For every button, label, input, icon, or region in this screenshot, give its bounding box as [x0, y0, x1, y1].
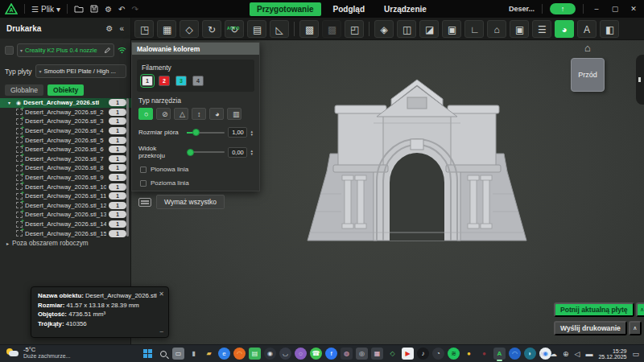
printer-settings-gear-icon[interactable]: ⚙ [105, 24, 113, 33]
object-row[interactable]: Desert_Archway_2026.stl_91 [0, 173, 131, 183]
tray-network-icon[interactable]: ⊕ [563, 350, 569, 358]
taskbar-firefox-icon[interactable]: ◠ [233, 348, 246, 360]
taskbar-edge-icon[interactable]: e [218, 348, 230, 360]
toolbar-merge-plate-icon[interactable]: ▤ [247, 20, 266, 38]
home-view-icon[interactable]: ⌂ [584, 42, 591, 54]
section-view-spinner[interactable]: ▴▾ [250, 149, 253, 155]
tool-gap-fill-icon[interactable]: ▥ [227, 108, 242, 120]
filament-swatch-4[interactable]: 4 [192, 76, 204, 86]
save-icon[interactable] [90, 5, 98, 13]
object-row[interactable]: Desert_Archway_2026.stl_101 [0, 182, 131, 191]
taskbar-gphotos-icon[interactable]: ◇ [386, 348, 398, 360]
edit-pencil-icon[interactable] [104, 47, 111, 54]
settings-gear-icon[interactable]: ⚙ [105, 5, 112, 14]
taskbar-creality-icon[interactable]: A [493, 348, 506, 360]
taskbar-tiktok-icon[interactable]: ♪ [417, 348, 429, 360]
toolbar-lay-flat-icon[interactable]: ◺ [270, 20, 289, 38]
taskbar-steam-icon[interactable]: ◉ [264, 348, 276, 360]
filament-swatch-1[interactable]: 1 [142, 76, 153, 86]
taskbar-clock[interactable]: 15:29 25.12.2025 [598, 348, 626, 360]
toolbar-text-tool-icon[interactable]: A [577, 20, 597, 38]
tool-fill-icon[interactable]: ◕ [209, 108, 224, 120]
object-row[interactable]: Desert_Archway_2026.stl_151 [0, 228, 131, 238]
object-row[interactable]: Desert_Archway_2026.stl_41 [0, 126, 131, 136]
toolbar-transform-icon[interactable]: ◰ [345, 20, 364, 38]
tool-height-range-icon[interactable]: ↕ [192, 108, 206, 120]
section-view-slider[interactable] [187, 151, 225, 153]
slice-plate-button[interactable]: Potnij aktualną płytę [554, 302, 634, 317]
toolbar-slash-box-icon[interactable]: ◪ [419, 20, 439, 38]
tab-przygotowanie[interactable]: Przygotowanie [250, 2, 321, 16]
toolbar-overlap-icon[interactable]: ▣ [442, 20, 461, 38]
minimize-panel-icon[interactable]: – [160, 327, 163, 335]
send-options-arrow[interactable]: ∧ [629, 321, 642, 335]
object-row[interactable]: Desert_Archway_2026.stl_121 [0, 201, 131, 211]
close-button[interactable]: ✕ [628, 5, 639, 13]
plate-type-select[interactable]: ▾ Smooth PEI Plate / High ... [35, 64, 126, 78]
close-icon[interactable]: ✕ [159, 290, 164, 298]
toolbar-shield-box-icon[interactable]: ▣ [510, 20, 529, 38]
taskbar-mic-icon[interactable]: ▮ [188, 348, 200, 360]
object-row[interactable]: Desert_Archway_2026.stl_61 [0, 145, 131, 154]
minimize-button[interactable]: – [591, 5, 602, 13]
model-desert-archway[interactable] [296, 75, 538, 248]
toolbar-layers-icon[interactable]: ☰ [532, 20, 551, 38]
file-menu[interactable]: ☰ Plik ▾ [31, 5, 60, 14]
toolbar-split-icon[interactable]: ◧ [600, 20, 619, 38]
maximize-button[interactable]: ▢ [609, 5, 621, 13]
taskbar-explorer-icon[interactable]: ▰ [203, 348, 215, 360]
collapse-sidebar-icon[interactable]: « [119, 24, 124, 33]
object-row[interactable]: Desert_Archway_2026.stl_111 [0, 191, 131, 201]
object-row[interactable]: Desert_Archway_2026.stl_81 [0, 163, 131, 173]
taskbar-dark-sphere-icon[interactable]: ● [478, 348, 490, 360]
taskbar-start-icon[interactable] [142, 348, 154, 360]
toolbar-clone-grid-icon[interactable]: ▩ [322, 20, 341, 38]
toolbar-lay-corner-icon[interactable]: ∟ [464, 20, 484, 38]
toolbar-arrange-all-icon[interactable]: ◇ [180, 20, 199, 38]
view-cube[interactable]: Przód [571, 58, 605, 92]
taskbar-spotify-icon[interactable]: ≋ [448, 348, 460, 360]
tool-triangle-icon[interactable]: △ [174, 108, 188, 120]
toolbar-clone-icon[interactable]: ▩ [299, 20, 319, 38]
send-print-button[interactable]: Wyślij drukowanie [554, 321, 627, 335]
printer-select[interactable]: ▾ Creality K2 Plus 0.4 nozzle [17, 43, 114, 57]
section-view-value[interactable]: 0,00 [228, 147, 247, 158]
tab-urządzenie[interactable]: Urządzenie [377, 2, 434, 16]
toolbar-box-in-box-icon[interactable]: ◫ [397, 20, 416, 38]
object-row[interactable]: Desert_Archway_2026.stl_141 [0, 220, 131, 229]
toolbar-add-model-icon[interactable]: ◳ [134, 20, 154, 38]
toolbar-arrange-plate-icon[interactable]: ▦ [157, 20, 176, 38]
right-panel-handle[interactable] [636, 55, 644, 105]
taskbar-whatsapp-icon[interactable]: ☎ [310, 348, 322, 360]
toolbar-auto-orient-icon[interactable]: ↻AUTO [225, 20, 244, 38]
erase-all-button[interactable]: Wymaż wszystko [156, 195, 225, 209]
expander-icon[interactable]: ▾ [8, 100, 14, 105]
weather-widget[interactable]: -5°C Duże zachmurze... [6, 347, 70, 360]
scrollbar[interactable] [126, 98, 129, 237]
filament-swatch-3[interactable]: 3 [175, 76, 187, 86]
taskbar-youtube-icon[interactable]: ▶ [402, 348, 414, 360]
redo-icon[interactable]: ↷ [131, 5, 138, 14]
horizontal-line-checkbox[interactable] [140, 180, 147, 187]
toolbar-rotate-icon[interactable]: ↻ [202, 20, 221, 38]
object-row[interactable]: Desert_Archway_2026.stl_71 [0, 154, 131, 164]
taskbar-photos-app-icon[interactable]: ◍ [341, 348, 353, 360]
toolbar-iso-box-icon[interactable]: ◈ [374, 20, 394, 38]
taskbar-gallery-icon[interactable]: ▦ [371, 348, 383, 360]
object-row[interactable]: Desert_Archway_2026.stl_31 [0, 117, 131, 126]
slice-options-arrow[interactable]: ∧ [636, 302, 644, 317]
taskbar-edge-beta-icon[interactable]: ◠ [509, 348, 521, 360]
object-row[interactable]: ▾◉Desert_Archway_2026.stl1 [0, 98, 131, 108]
taskbar-obs-icon[interactable]: ◔ [432, 348, 444, 360]
panel-title[interactable]: Malowanie kolorem [132, 43, 259, 55]
tray-language-icon[interactable]: ▬ [585, 350, 592, 358]
tray-volume-icon[interactable]: ◁ [575, 350, 580, 358]
undo-icon[interactable]: ↶ [118, 5, 125, 14]
taskbar-viber-icon[interactable]: ◌ [295, 348, 307, 360]
notification-center-icon[interactable]: ▭ [632, 350, 639, 358]
sidebar-tab-globalne[interactable]: Globalne [5, 84, 43, 96]
outside-plate-group[interactable]: ▸ Poza obszarem roboczym [6, 240, 89, 247]
taskbar-bing-icon[interactable]: ◗ [524, 348, 536, 360]
slider-handle[interactable] [187, 149, 194, 156]
toolbar-paint-icon[interactable]: ◕ [555, 20, 574, 38]
